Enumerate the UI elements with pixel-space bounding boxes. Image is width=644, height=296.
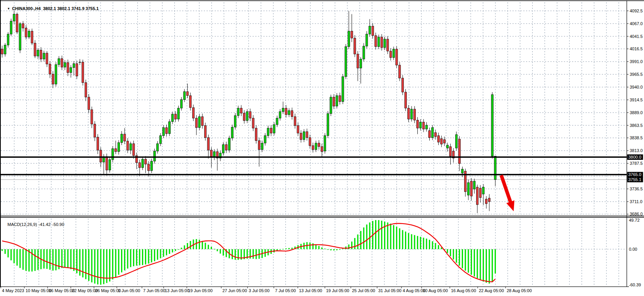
macd-histogram-bar [88, 249, 89, 281]
candle [79, 59, 81, 65]
price-tick-label: 3813.0 [630, 148, 643, 153]
macd-histogram-bar [468, 249, 469, 273]
candle [449, 144, 451, 164]
candle [202, 114, 203, 129]
candle [309, 135, 311, 149]
price-chart-canvas[interactable]: 4092.54067.04041.54016.53991.03965.53940… [0, 0, 644, 296]
candle [70, 65, 72, 77]
macd-tick-label: 49.72 [629, 218, 640, 222]
price-tick-label: 4092.5 [630, 9, 643, 13]
macd-histogram-bar [384, 222, 385, 249]
macd-histogram-bar [50, 249, 51, 270]
candle [408, 105, 410, 122]
candle [145, 156, 147, 173]
candle [333, 94, 335, 109]
candle [157, 141, 159, 154]
candle [237, 106, 239, 118]
candle [476, 185, 478, 213]
time-tick-label: 22 Aug 05:00 [479, 288, 504, 293]
price-tick-label: 3940.0 [630, 85, 643, 89]
candle [315, 140, 317, 152]
price-tick-label: 3991.0 [630, 59, 643, 64]
time-tick-label: 22 May 05:00 [72, 288, 98, 293]
price-tick-label: 3736.5 [630, 186, 643, 191]
candle [246, 109, 248, 123]
macd-histogram-bar [456, 249, 457, 263]
time-tick-label: 25 Jul 05:00 [352, 288, 375, 293]
macd-histogram-bar [34, 249, 36, 271]
candle [434, 130, 436, 140]
candle [264, 133, 266, 145]
candle [97, 134, 99, 154]
candle [291, 108, 293, 120]
macd-histogram-bar [14, 249, 15, 263]
symbol-dropdown-icon[interactable]: ▼ [7, 7, 10, 10]
macd-histogram-bar [199, 240, 200, 249]
candle [396, 46, 398, 68]
time-tick-label: 19 Jun 05:00 [188, 288, 213, 293]
candle [399, 62, 401, 81]
candle [393, 46, 395, 60]
candle [192, 104, 194, 121]
candle [19, 22, 21, 53]
macd-histogram-bar [411, 234, 412, 249]
candle [142, 157, 143, 170]
candle [482, 184, 484, 205]
macd-histogram-bar [181, 248, 182, 249]
candle [258, 138, 260, 167]
macd-histogram-bar [360, 231, 361, 249]
candle [429, 128, 430, 141]
macd-main-value: -41.42 [39, 222, 51, 227]
time-tick-label: 13 Jul 05:00 [299, 288, 322, 293]
price-level-badge-text: 3800.0 [629, 155, 642, 159]
macd-histogram-bar [480, 249, 481, 280]
candle [61, 56, 63, 70]
time-tick-label: 13 Jun 05:00 [165, 288, 190, 293]
macd-histogram-bar [157, 249, 158, 260]
price-level-badge-text: 3755.1 [629, 177, 642, 182]
macd-histogram-bar [178, 249, 179, 250]
macd-histogram-bar [483, 249, 484, 282]
candle [166, 125, 167, 137]
candle [28, 29, 30, 39]
candle [130, 142, 132, 154]
macd-histogram-bar [339, 249, 340, 250]
macd-tick-label: -60.39 [629, 282, 641, 287]
macd-histogram-bar [43, 249, 44, 269]
candle [279, 109, 281, 121]
trading-chart-window: 4092.54067.04041.54016.53991.03965.53940… [0, 0, 644, 296]
macd-histogram-bar [474, 249, 475, 277]
candle [190, 92, 191, 111]
candle [94, 121, 96, 141]
candle [171, 111, 173, 124]
macd-histogram-bar [142, 249, 143, 265]
candle [455, 132, 457, 151]
candle [88, 94, 90, 113]
macd-histogram-bar [408, 233, 409, 249]
candle [294, 114, 296, 129]
candle [348, 11, 350, 49]
macd-histogram-bar [453, 249, 454, 260]
macd-histogram-bar [160, 249, 161, 258]
macd-histogram-bar [280, 249, 281, 250]
macd-histogram-bar [175, 249, 176, 251]
candle [491, 92, 493, 159]
price-level-badge-text: 3765.0 [629, 172, 642, 177]
macd-histogram-bar [327, 249, 328, 250]
macd-histogram-bar [462, 249, 463, 268]
candle [384, 37, 386, 50]
macd-histogram-bar [73, 249, 74, 271]
macd-histogram-bar [112, 249, 113, 279]
candle [300, 130, 302, 142]
macd-histogram-bar [393, 225, 394, 249]
macd-histogram-bar [429, 240, 430, 249]
time-tick-label: 3 Jul 05:00 [249, 288, 270, 293]
candle [389, 48, 391, 60]
macd-histogram-bar [26, 249, 27, 271]
macd-histogram-bar [366, 224, 367, 249]
macd-histogram-bar [169, 249, 170, 254]
macd-histogram-bar [282, 249, 284, 249]
macd-histogram-bar [324, 248, 325, 249]
candle [297, 123, 299, 136]
candle [195, 115, 197, 135]
